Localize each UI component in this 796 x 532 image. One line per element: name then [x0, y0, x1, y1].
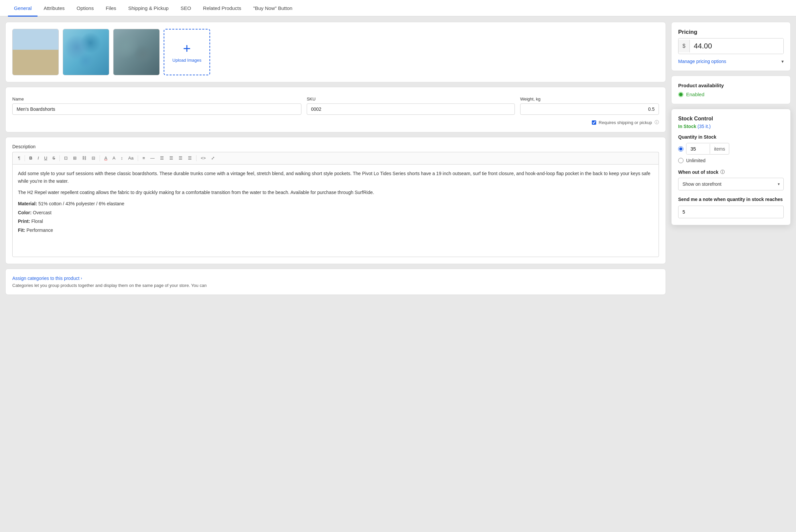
- toolbar-sep-3: [100, 155, 100, 161]
- pricing-card: Pricing $ Manage pricing options ▾: [671, 22, 791, 71]
- desc-para-1: Add some style to your surf sessions wit…: [18, 170, 653, 185]
- qty-radio-finite: items: [678, 143, 784, 155]
- shipping-label: Requires shipping or pickup: [599, 120, 652, 125]
- in-stock-text: In Stock (35 it.): [678, 124, 784, 129]
- toolbar-sep-5: [196, 155, 197, 161]
- image-gallery: + Upload Images: [12, 29, 659, 75]
- toolbar-image[interactable]: ⊡: [62, 154, 70, 162]
- toolbar-bold[interactable]: B: [27, 154, 34, 162]
- toolbar-indent-more[interactable]: ☰: [186, 154, 194, 162]
- tab-general[interactable]: General: [8, 0, 37, 17]
- toolbar-align[interactable]: ≡: [140, 154, 147, 162]
- out-of-stock-select[interactable]: Show on storefrontHide on storefrontShow…: [678, 178, 784, 190]
- pricing-title: Pricing: [678, 29, 784, 36]
- shipping-checkbox-row: Requires shipping or pickup ⓘ: [520, 119, 659, 126]
- qty-unlimited-label: Unlimited: [686, 158, 705, 163]
- main-layout: + Upload Images Name SKU Weight, kg: [0, 17, 796, 300]
- description-label: Description: [12, 144, 659, 149]
- toolbar-source[interactable]: <>: [199, 154, 208, 162]
- price-input[interactable]: [690, 38, 784, 54]
- sku-label: SKU: [307, 96, 515, 101]
- product-image-2[interactable]: [63, 29, 109, 75]
- toolbar-line-height[interactable]: ↕: [119, 154, 125, 162]
- toolbar-strikethrough[interactable]: S̶: [51, 154, 57, 162]
- toolbar-sep-4: [138, 155, 138, 161]
- product-image-1[interactable]: [12, 29, 59, 75]
- weight-label: Weight, kg: [520, 96, 659, 101]
- shipping-checkbox[interactable]: [592, 120, 596, 125]
- out-of-stock-section: When out of stock ⓘ Show on storefrontHi…: [678, 169, 784, 190]
- stock-control-title: Stock Control: [678, 116, 784, 122]
- description-editor[interactable]: Add some style to your surf sessions wit…: [12, 164, 659, 257]
- qty-in-stock-label: Quantity in Stock: [678, 134, 784, 140]
- toolbar-indent-less[interactable]: ☰: [177, 154, 184, 162]
- name-input[interactable]: [12, 103, 302, 115]
- name-field-group: Name: [12, 96, 302, 126]
- product-info-card: Name SKU Weight, kg Requires shipping or…: [5, 87, 666, 132]
- product-fields-row: Name SKU Weight, kg Requires shipping or…: [12, 96, 659, 126]
- categories-link-text: Assign categories to this product: [12, 276, 79, 281]
- qty-radio-group: items Unlimited: [678, 143, 784, 163]
- availability-status-text: Enabled: [686, 92, 704, 97]
- toolbar-hr[interactable]: —: [148, 154, 157, 162]
- out-of-stock-info-icon[interactable]: ⓘ: [720, 169, 725, 175]
- tab-files[interactable]: Files: [100, 0, 122, 17]
- upload-plus-icon: +: [183, 42, 191, 55]
- desc-color-line: Color: Overcast: [18, 209, 653, 216]
- tab-related-products[interactable]: Related Products: [197, 0, 247, 17]
- product-image-3[interactable]: [113, 29, 160, 75]
- toolbar-font-color[interactable]: A: [102, 154, 109, 162]
- toolbar-ordered[interactable]: ☰: [167, 154, 175, 162]
- print-label: Print:: [18, 218, 30, 224]
- availability-title: Product availability: [678, 82, 784, 88]
- tab-options[interactable]: Options: [71, 0, 100, 17]
- qty-input-row: items: [686, 143, 729, 155]
- out-of-stock-select-wrap: Show on storefrontHide on storefrontShow…: [678, 178, 784, 190]
- sku-field-group: SKU: [307, 96, 515, 126]
- in-stock-label: In Stock: [678, 124, 696, 129]
- toolbar-sep-1: [24, 155, 25, 161]
- stock-control-card: Stock Control In Stock (35 it.) Quantity…: [671, 109, 791, 225]
- notify-input[interactable]: [678, 206, 784, 218]
- sku-input[interactable]: [307, 103, 515, 115]
- toolbar-sep-2: [59, 155, 60, 161]
- toolbar-block[interactable]: ⊞: [71, 154, 79, 162]
- toolbar-underline[interactable]: U: [42, 154, 49, 162]
- weight-field-group: Weight, kg Requires shipping or pickup ⓘ: [520, 96, 659, 126]
- upload-label: Upload Images: [172, 58, 201, 63]
- fit-label: Fit:: [18, 228, 25, 233]
- toolbar-font-bg[interactable]: A: [111, 154, 117, 162]
- desc-fit-line: Fit: Performance: [18, 227, 653, 234]
- top-nav: General Attributes Options Files Shippin…: [0, 0, 796, 17]
- qty-finite-radio[interactable]: [678, 146, 684, 152]
- shipping-info-icon[interactable]: ⓘ: [655, 119, 659, 126]
- manage-pricing-link[interactable]: Manage pricing options ▾: [678, 59, 784, 64]
- weight-input[interactable]: [520, 103, 659, 115]
- status-dot-icon: [678, 92, 684, 97]
- name-label: Name: [12, 96, 302, 101]
- qty-radio-unlimited: Unlimited: [678, 158, 784, 163]
- upload-images-button[interactable]: + Upload Images: [164, 29, 210, 75]
- toolbar-fullscreen[interactable]: ⤢: [209, 154, 217, 162]
- toolbar-paragraph[interactable]: ¶: [16, 154, 22, 162]
- tab-attributes[interactable]: Attributes: [37, 0, 70, 17]
- toolbar-font-size[interactable]: Aa: [126, 154, 135, 162]
- toolbar-bullet[interactable]: ☰: [158, 154, 166, 162]
- tab-seo[interactable]: SEO: [175, 0, 197, 17]
- categories-description: Categories let you group products togeth…: [12, 283, 659, 288]
- notify-label: Send me a note when quantity in stock re…: [678, 196, 784, 203]
- qty-unlimited-radio[interactable]: [678, 158, 684, 163]
- tab-buy-now[interactable]: "Buy Now" Button: [247, 0, 298, 17]
- description-card: Description ¶ B I U S̶ ⊡ ⊞ ⛓ ⊟ A A ↕ Aa …: [5, 137, 666, 264]
- qty-unit: items: [710, 144, 729, 154]
- toolbar-table[interactable]: ⊟: [90, 154, 97, 162]
- left-column: + Upload Images Name SKU Weight, kg: [5, 22, 666, 295]
- tab-shipping[interactable]: Shipping & Pickup: [122, 0, 175, 17]
- qty-input[interactable]: [686, 143, 710, 154]
- desc-para-2: The H2 Repel water repellent coating all…: [18, 189, 653, 196]
- desc-print-line: Print: Floral: [18, 217, 653, 225]
- assign-categories-link[interactable]: Assign categories to this product ›: [12, 276, 659, 281]
- notify-section: Send me a note when quantity in stock re…: [678, 196, 784, 218]
- toolbar-link[interactable]: ⛓: [80, 154, 88, 162]
- toolbar-italic[interactable]: I: [36, 154, 41, 162]
